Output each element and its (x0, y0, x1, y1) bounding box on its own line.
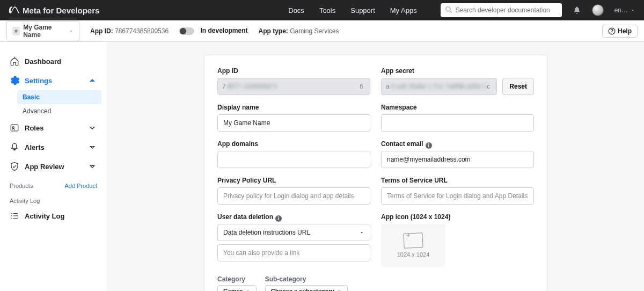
app-id-label: App ID (217, 67, 370, 75)
info-icon[interactable]: i (426, 142, 432, 149)
home-icon (10, 56, 19, 66)
sidebar-heading-products: Products Add Product (5, 176, 101, 191)
add-product-link[interactable]: Add Product (64, 183, 97, 189)
info-icon[interactable]: i (275, 215, 282, 222)
status-toggle[interactable] (179, 27, 194, 35)
bell-icon[interactable] (573, 6, 581, 14)
app-selector[interactable]: My Game Name (6, 21, 79, 41)
svg-point-3 (12, 127, 14, 128)
meta-logo-icon (9, 5, 19, 16)
chevron-down-icon (69, 28, 74, 34)
category-select[interactable]: Games (217, 285, 257, 291)
nav-support[interactable]: Support (350, 6, 375, 14)
search-icon (445, 6, 452, 13)
app-id-display: App ID: 786774365800536 (90, 27, 169, 35)
sidebar-sub-advanced[interactable]: Advanced (17, 104, 101, 118)
sidebar-heading-activity: Activity Log (5, 191, 101, 206)
display-name-input[interactable] (217, 114, 370, 132)
brand-text: Meta for Developers (23, 6, 99, 15)
app-icon-upload[interactable]: 1024 x 1024 (381, 224, 445, 267)
app-domains-label: App domains (217, 140, 370, 148)
user-del-select[interactable]: Data deletion instructions URL (217, 224, 370, 241)
roles-icon (10, 123, 19, 133)
brand[interactable]: Meta for Developers (9, 5, 99, 16)
privacy-label: Privacy Policy URL (217, 177, 370, 184)
chevron-down-icon (87, 123, 97, 133)
reset-button[interactable]: Reset (502, 78, 534, 95)
svg-point-1 (612, 33, 612, 33)
chevron-down-icon (87, 142, 97, 152)
sidebar-item-settings[interactable]: Settings (5, 71, 101, 90)
app-id-field: 78677 14365800 56 (217, 78, 370, 95)
sidebar: Dashboard Settings Basic Advanced Roles … (0, 42, 107, 291)
list-icon (10, 211, 19, 221)
sidebar-item-roles[interactable]: Roles (5, 118, 101, 137)
namespace-label: Namespace (381, 104, 534, 111)
app-domains-input[interactable] (217, 151, 370, 168)
chevron-down-icon (87, 162, 97, 171)
app-icon-label: App icon (1024 x 1024) (381, 213, 534, 221)
gear-icon (10, 76, 19, 85)
display-name-label: Display name (217, 104, 370, 111)
chevron-up-icon (87, 76, 97, 85)
namespace-input[interactable] (381, 114, 534, 132)
language-switcher[interactable]: en… (614, 6, 635, 14)
nav-myapps[interactable]: My Apps (390, 6, 417, 14)
search-input[interactable] (441, 3, 562, 17)
tos-label: Terms of Service URL (381, 177, 534, 184)
image-placeholder-icon (403, 232, 423, 249)
help-button[interactable]: Help (602, 25, 638, 38)
sidebar-item-app-review[interactable]: App Review (5, 157, 101, 176)
category-label: Category (217, 275, 257, 283)
app-icon-placeholder (12, 27, 20, 35)
contact-email-label: Contact email (381, 140, 423, 148)
chevron-down-icon (359, 230, 364, 235)
app-secret-label: App secret (381, 67, 534, 75)
subcat-select[interactable]: Choose a subcategory (265, 285, 348, 291)
chevron-down-icon (245, 288, 251, 291)
svg-rect-2 (11, 125, 18, 131)
sidebar-item-activity-log[interactable]: Activity Log (5, 206, 101, 225)
sidebar-sub-basic[interactable]: Basic (17, 90, 101, 104)
sidebar-item-dashboard[interactable]: Dashboard (5, 52, 101, 71)
sidebar-item-alerts[interactable]: Alerts (5, 137, 101, 157)
nav-docs[interactable]: Docs (288, 6, 304, 14)
nav-tools[interactable]: Tools (319, 6, 335, 14)
shield-icon (10, 162, 19, 171)
app-secret-field: a0 cu8 16a0e 1 7c1 7a9f6b a00e 1c (381, 78, 497, 95)
chevron-down-icon (630, 8, 635, 13)
privacy-input[interactable] (217, 187, 370, 205)
user-del-label: User data deletion (217, 213, 273, 221)
subcat-label: Sub-category (265, 275, 348, 283)
app-status[interactable]: In development (179, 27, 247, 35)
app-type-display: App type: Gaming Services (258, 27, 339, 35)
help-icon (608, 27, 616, 35)
user-del-link-input[interactable] (217, 244, 370, 261)
settings-card: App ID 78677 14365800 56 App secret a0 c… (204, 55, 547, 291)
bell-icon (10, 142, 19, 152)
avatar[interactable] (592, 4, 604, 16)
tos-input[interactable] (381, 187, 534, 205)
contact-email-input[interactable] (381, 151, 534, 168)
chevron-down-icon (336, 288, 342, 291)
search-box (441, 3, 562, 17)
